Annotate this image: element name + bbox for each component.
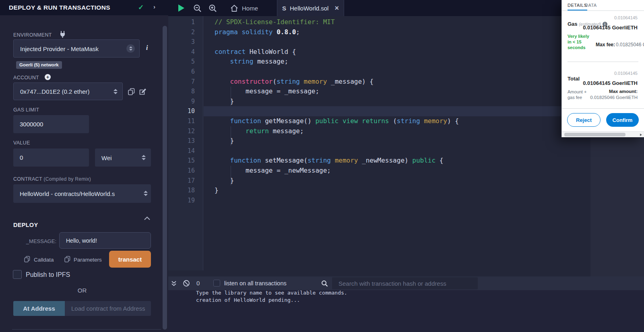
constructor-param-field[interactable]: [59, 232, 151, 249]
gas-likelihood: Very likely in < 15 seconds: [568, 33, 592, 50]
home-icon: [230, 4, 238, 12]
expand-terminal-icon[interactable]: [171, 280, 177, 287]
collapse-deploy-icon[interactable]: [144, 217, 150, 220]
environment-label: ENVIRONMENT: [13, 32, 52, 38]
network-badge: Goerli (5) network: [16, 61, 62, 69]
zoom-out-icon[interactable]: [193, 4, 202, 13]
gas-limit-input[interactable]: [20, 115, 80, 133]
indent-guide: [231, 166, 231, 176]
account-select[interactable]: 0x747...D01E2 (0.2 ether): [13, 82, 123, 100]
zoom-in-icon[interactable]: [208, 4, 217, 13]
transaction-search-field[interactable]: [332, 277, 478, 289]
publish-ipfs-checkbox[interactable]: [13, 270, 22, 279]
metamask-confirm-popup: DETAILS DATA 0.01064145 Gas (estimated) …: [561, 0, 644, 137]
message-input[interactable]: [66, 233, 139, 248]
code-line[interactable]: [204, 106, 578, 116]
environment-caret-badge[interactable]: [126, 44, 135, 53]
value-unit: Wei: [101, 154, 112, 161]
compiled-check-icon: ✓: [138, 3, 144, 12]
run-script-icon[interactable]: [178, 4, 184, 12]
panel-collapse-icon[interactable]: ›: [153, 3, 155, 10]
max-amount-value: 0.01825046 GoerliETH: [590, 95, 638, 100]
listen-transactions-checkbox[interactable]: [213, 280, 220, 287]
code-line[interactable]: [204, 146, 578, 156]
code-line[interactable]: // SPDX-License-Identifier: MIT: [204, 17, 578, 27]
panel-title: DEPLOY & RUN TRANSACTIONS: [9, 4, 110, 11]
code-line[interactable]: }: [204, 97, 578, 107]
code-line[interactable]: function setMessage(string memory _newMe…: [204, 156, 578, 166]
gas-limit-field[interactable]: [13, 115, 89, 133]
confirm-button[interactable]: Confirm: [606, 113, 639, 127]
gas-primary-value: 0.01064145 GoerliETH: [583, 25, 638, 31]
code-line[interactable]: contract HelloWorld {: [204, 47, 578, 57]
copy-calldata-icon[interactable]: [24, 256, 30, 263]
search-icon: [321, 280, 328, 287]
copy-account-icon[interactable]: [128, 88, 135, 95]
line-number: 14: [168, 146, 203, 156]
total-primary-value: 0.01064145 GoerliETH: [583, 80, 638, 86]
transaction-count: 0: [196, 280, 200, 287]
account-value: 0x747...D01E2 (0.2 ether): [20, 88, 90, 95]
environment-select[interactable]: Injected Provider - MetaMask: [13, 39, 140, 58]
value-input[interactable]: [20, 148, 80, 167]
close-tab-icon[interactable]: ×: [334, 4, 339, 12]
caret-updown-icon: [114, 89, 118, 94]
code-content[interactable]: // SPDX-License-Identifier: MITpragma so…: [204, 17, 578, 205]
calldata-button[interactable]: Calldata: [34, 257, 54, 263]
value-unit-select[interactable]: Wei: [95, 148, 151, 167]
tab-helloworld-sol[interactable]: S HelloWorld.sol ×: [277, 0, 344, 16]
tab-home[interactable]: Home: [225, 0, 263, 16]
line-number: 2: [168, 27, 203, 37]
contract-select[interactable]: HelloWorld - contracts/HelloWorld.s: [13, 184, 151, 203]
deploy-section-header: DEPLOY: [13, 222, 38, 228]
publish-ipfs-label: Publish to IPFS: [26, 271, 70, 278]
code-line[interactable]: message = _newMessage;: [204, 166, 578, 176]
scrollbar-thumb[interactable]: [564, 133, 625, 136]
add-account-icon[interactable]: +: [45, 74, 51, 80]
account-label: ACCOUNT: [13, 75, 39, 80]
terminal-line: creation of HelloWorld pending...: [196, 297, 644, 304]
tab-data[interactable]: DATA: [585, 3, 597, 10]
caret-updown-icon: [142, 155, 146, 160]
listen-transactions-label: listen on all transactions: [224, 280, 287, 287]
at-address-input[interactable]: [71, 301, 149, 316]
edit-account-icon[interactable]: [139, 88, 147, 95]
at-address-button[interactable]: At Address: [13, 301, 65, 316]
indent-guide: [231, 97, 231, 107]
value-field[interactable]: [13, 148, 89, 167]
code-line[interactable]: constructor(string memory _message) {: [204, 77, 578, 87]
scroll-right-arrow-icon[interactable]: [640, 134, 642, 136]
indent-guide: [231, 87, 231, 97]
transaction-search-input[interactable]: [339, 277, 473, 289]
metamask-hscrollbar[interactable]: [562, 131, 644, 137]
transact-button[interactable]: transact: [109, 251, 151, 268]
code-line[interactable]: }: [204, 136, 578, 146]
code-line[interactable]: [204, 37, 578, 47]
code-line[interactable]: }: [204, 186, 578, 196]
tab-details[interactable]: DETAILS: [568, 3, 587, 10]
max-amount-label: Max amount:: [609, 89, 638, 94]
divider: [568, 62, 638, 62]
code-line[interactable]: [204, 67, 578, 77]
code-line[interactable]: }: [204, 176, 578, 186]
code-line[interactable]: function getMessage() public view return…: [204, 116, 578, 126]
line-number: 16: [168, 166, 203, 176]
gas-limit-label: GAS LIMIT: [13, 107, 39, 113]
code-line[interactable]: string message;: [204, 57, 578, 67]
at-address-field[interactable]: [65, 301, 151, 316]
terminal-output[interactable]: Type the library name to see available c…: [168, 290, 644, 332]
code-line[interactable]: pragma solidity 0.8.0;: [204, 27, 578, 37]
parameters-button[interactable]: Parameters: [74, 257, 102, 263]
environment-info-icon[interactable]: i: [146, 44, 148, 52]
reject-button[interactable]: Reject: [567, 113, 601, 127]
line-number: 15: [168, 156, 203, 166]
code-line[interactable]: return message;: [204, 126, 578, 136]
environment-value: Injected Provider - MetaMask: [20, 45, 99, 52]
clear-console-icon[interactable]: [183, 280, 190, 287]
contract-value: HelloWorld - contracts/HelloWorld.s: [20, 190, 115, 197]
code-line[interactable]: [204, 196, 578, 206]
panel-scrollbar[interactable]: [163, 26, 167, 330]
line-number: 3: [168, 37, 203, 47]
code-line[interactable]: message = _message;: [204, 87, 578, 97]
copy-parameters-icon[interactable]: [64, 256, 70, 263]
